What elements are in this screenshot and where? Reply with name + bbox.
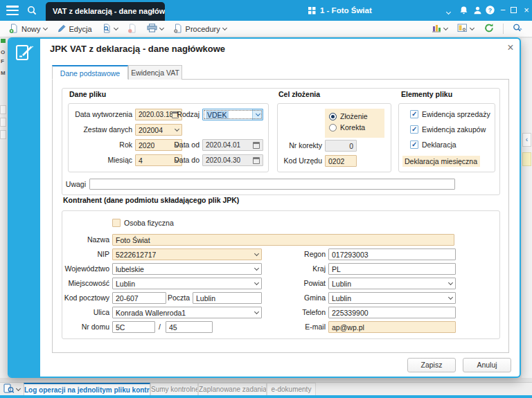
procedures-button-label: Procedury: [186, 25, 220, 33]
analysis-button[interactable]: [428, 22, 451, 35]
gmina-select[interactable]: Lublin: [328, 292, 456, 304]
document-delete-icon: [127, 24, 137, 35]
nip-select[interactable]: 5222612717: [112, 248, 262, 260]
grid-icon[interactable]: [308, 7, 316, 16]
bottom-tab-zaplanowane-zadania[interactable]: Zaplanowane zadania: [198, 383, 267, 396]
edit-button[interactable]: Edycja: [53, 22, 96, 36]
nr-lokalu-input[interactable]: 45: [166, 321, 213, 333]
chevron-down-icon[interactable]: [159, 26, 164, 30]
collapse-panel-button[interactable]: ‹: [522, 133, 531, 147]
search-icon[interactable]: [26, 5, 37, 17]
background-cell-fragment: [522, 152, 531, 166]
bottom-tab-sumy-kontrolne[interactable]: Sumy kontrolne: [150, 383, 198, 396]
section-title-kontrahent: Kontrahent (dane podmiotu składającego p…: [62, 196, 240, 204]
new-button[interactable]: Nowy: [6, 22, 51, 36]
tab-content-panel: Dane pliku Data wytworzenia 2020.03.18 Z…: [52, 79, 509, 353]
workspace-name: 1 - Foto Świat: [320, 0, 372, 21]
bell-icon[interactable]: [459, 5, 469, 17]
minimize-button[interactable]: −: [497, 0, 508, 21]
tab-ewidencja-vat[interactable]: Ewidencja VAT: [128, 65, 182, 80]
chevron-down-icon[interactable]: [254, 309, 259, 314]
workspace-chevron-icon[interactable]: [447, 8, 450, 17]
bottom-tab-e-dokumenty[interactable]: e-dokumenty: [267, 383, 316, 396]
chevron-down-icon[interactable]: [114, 26, 118, 30]
miejscowosc-select[interactable]: Lublin: [112, 278, 262, 289]
telefon-value: 225339900: [332, 309, 369, 317]
group-kontrahent: Osoba fizyczna Nazwa Foto Świat NIP 5222…: [62, 210, 500, 339]
poczta-input[interactable]: Lublin: [193, 292, 262, 304]
preview-button[interactable]: [98, 22, 121, 36]
chevron-down-icon[interactable]: [448, 280, 453, 285]
kod-urzedu-field[interactable]: 0202: [325, 155, 357, 167]
radio-zlozenie[interactable]: Złożenie: [329, 111, 380, 122]
checkbox-ewidencja-sprzedazy-label: Ewidencja sprzedaży: [422, 110, 490, 118]
kraj-input[interactable]: PL: [328, 263, 456, 275]
nr-domu-input[interactable]: 5C: [112, 321, 155, 333]
chevron-down-icon[interactable]: [448, 295, 453, 300]
checkbox-deklaracja[interactable]: [410, 141, 418, 149]
tab-dane-podstawowe[interactable]: Dane podstawowe: [52, 65, 128, 80]
quick-search-button[interactable]: [508, 21, 526, 36]
delete-button[interactable]: [124, 22, 141, 36]
kraj-label: Kraj: [270, 263, 326, 275]
chevron-down-icon[interactable]: [254, 251, 259, 256]
cancel-button[interactable]: Anuluj: [463, 358, 511, 372]
uwagi-input[interactable]: [89, 179, 455, 190]
checkbox-ewidencja-zakupow[interactable]: [410, 125, 418, 134]
chevron-down-icon[interactable]: [42, 26, 47, 30]
window-tab[interactable]: VAT z deklaracją - dane nagłówkow: [46, 2, 165, 21]
email-value: ap@wp.pl: [332, 323, 364, 332]
user-icon[interactable]: [472, 5, 483, 17]
rodzaj-select[interactable]: VDEK: [202, 109, 263, 120]
data-do-field[interactable]: 2020.04.30: [202, 154, 263, 166]
chevron-down-icon[interactable]: [254, 266, 259, 271]
checkbox-ewidencja-sprzedazy[interactable]: [410, 110, 418, 118]
nr-domu-value: 5C: [116, 323, 125, 332]
hamburger-menu-icon[interactable]: [6, 6, 19, 15]
maximize-button[interactable]: [511, 7, 517, 13]
refresh-button[interactable]: [480, 21, 498, 36]
background-field-fragment: [0, 118, 6, 127]
data-od-field[interactable]: 2020.04.01: [202, 139, 263, 151]
nr-korekty-field[interactable]: 0: [325, 140, 357, 152]
dropdown-button[interactable]: [252, 109, 263, 120]
checkbox-osoba-fizyczna-label: Osoba fizyczna: [124, 219, 174, 227]
log-panel-button[interactable]: [0, 383, 24, 395]
dialog-close-icon[interactable]: ×: [504, 41, 517, 55]
new-button-label: Nowy: [21, 25, 41, 33]
help-icon[interactable]: ?: [485, 5, 495, 17]
chevron-down-icon[interactable]: [254, 280, 259, 285]
chevron-down-icon[interactable]: [175, 127, 179, 132]
reports-button[interactable]: [454, 22, 477, 35]
radio-korekta[interactable]: Korekta: [329, 122, 380, 133]
email-label: E-mail: [270, 321, 326, 333]
chevron-down-icon[interactable]: [16, 386, 21, 390]
miesiac-value: 4: [139, 156, 143, 165]
regon-input[interactable]: 017293003: [328, 248, 456, 260]
checkbox-osoba-fizyczna[interactable]: [112, 219, 121, 227]
group-cel-zlozenia: Złożenie Korekta Nr korekty 0 Kod Urzędu…: [277, 103, 391, 172]
powiat-select[interactable]: Lublin: [328, 278, 456, 289]
dialog-side-strip: [9, 39, 40, 377]
email-input[interactable]: ap@wp.pl: [328, 321, 456, 333]
rodzaj-value: VDEK: [206, 111, 229, 119]
gmina-value: Lublin: [332, 294, 351, 302]
close-window-button[interactable]: ×: [521, 0, 532, 21]
zestaw-danych-select[interactable]: 202004: [135, 124, 182, 136]
kod-pocztowy-input[interactable]: 20-607: [112, 292, 166, 304]
procedures-button[interactable]: Procedury: [170, 22, 230, 36]
ulica-select[interactable]: Konrada Wallenroda1: [112, 307, 262, 318]
nazwa-input[interactable]: Foto Świat: [112, 234, 454, 246]
rok-value: 2020: [139, 141, 154, 150]
chevron-down-icon[interactable]: [443, 26, 448, 30]
background-text-fragment: O: [1, 49, 5, 55]
save-button[interactable]: Zapisz: [407, 358, 456, 372]
wojewodztwo-select[interactable]: lubelskie: [112, 263, 262, 275]
print-button[interactable]: [143, 22, 167, 35]
telefon-input[interactable]: 225339900: [328, 307, 456, 318]
chevron-down-icon[interactable]: [222, 26, 227, 30]
bottom-tab-log-operacji[interactable]: Log operacji na jednolitym pliku kontrol…: [24, 383, 150, 396]
chevron-down-icon[interactable]: [470, 26, 475, 30]
refresh-icon: [484, 23, 495, 35]
calendar-icon: [253, 157, 260, 164]
